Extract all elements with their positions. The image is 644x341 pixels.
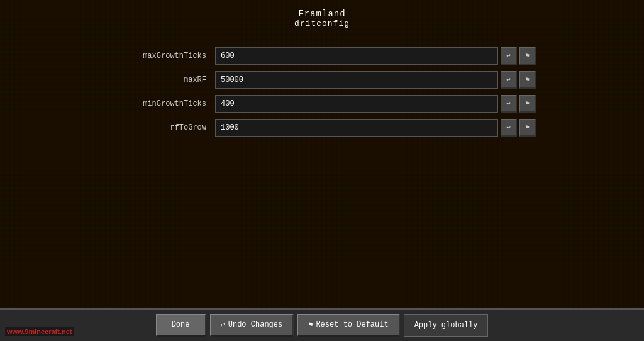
default-btn-rfToGrow[interactable]: ⚑: [519, 119, 536, 137]
undo-label: Undo Changes: [228, 320, 282, 329]
main-container: Framland dritconfig maxGrowthTicks ↩ ⚑ m…: [0, 0, 644, 341]
input-maxGrowthTicks[interactable]: [215, 47, 498, 65]
label-maxGrowthTicks: maxGrowthTicks: [108, 52, 215, 60]
reset-btn-maxGrowthTicks[interactable]: ↩: [501, 47, 517, 65]
config-row-0: maxGrowthTicks ↩ ⚑: [108, 46, 536, 66]
default-btn-maxRF[interactable]: ⚑: [519, 71, 536, 89]
reset-btn-maxRF[interactable]: ↩: [501, 71, 517, 89]
label-minGrowthTicks: minGrowthTicks: [108, 99, 215, 108]
undo-button[interactable]: ↩ Undo Changes: [210, 314, 294, 337]
config-row-1: maxRF ↩ ⚑: [108, 70, 536, 90]
done-button[interactable]: Done: [156, 314, 206, 337]
title-line1: Framland: [0, 9, 644, 19]
label-maxRF: maxRF: [108, 75, 215, 84]
config-row-3: rfToGrow ↩ ⚑: [108, 118, 536, 138]
title-line2: dritconfig: [0, 19, 644, 28]
default-btn-minGrowthTicks[interactable]: ⚑: [519, 95, 536, 113]
reset-label: Reset to Default: [316, 320, 388, 329]
reset-icon: ⚑: [308, 320, 313, 330]
undo-icon: ↩: [221, 320, 225, 330]
label-rfToGrow: rfToGrow: [108, 123, 215, 132]
title-area: Framland dritconfig: [0, 0, 644, 33]
config-table: maxGrowthTicks ↩ ⚑ maxRF ↩ ⚑ minGrowthTi…: [108, 46, 536, 142]
config-row-2: minGrowthTicks ↩ ⚑: [108, 94, 536, 114]
bottom-bar: Done ↩ Undo Changes ⚑ Reset to Default A…: [0, 308, 644, 341]
reset-btn-rfToGrow[interactable]: ↩: [501, 119, 517, 137]
watermark: www.9minecraft.net: [5, 327, 74, 336]
content-area: maxGrowthTicks ↩ ⚑ maxRF ↩ ⚑ minGrowthTi…: [0, 33, 644, 308]
apply-globally-button[interactable]: Apply globally: [404, 314, 489, 337]
input-minGrowthTicks[interactable]: [215, 95, 498, 113]
input-maxRF[interactable]: [215, 71, 498, 89]
reset-default-button[interactable]: ⚑ Reset to Default: [297, 314, 399, 337]
input-rfToGrow[interactable]: [215, 119, 498, 137]
reset-btn-minGrowthTicks[interactable]: ↩: [501, 95, 517, 113]
default-btn-maxGrowthTicks[interactable]: ⚑: [519, 47, 536, 65]
